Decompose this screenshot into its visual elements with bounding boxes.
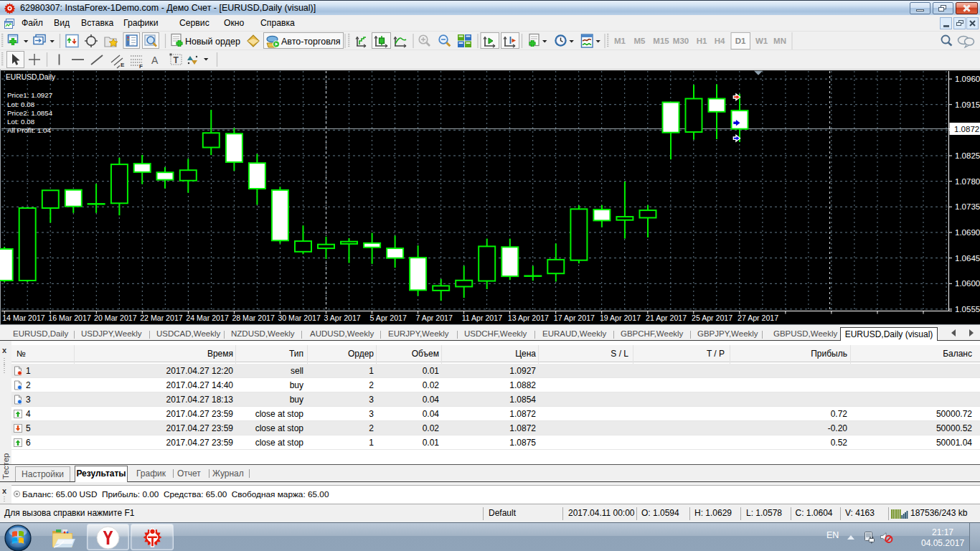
svg-text:1.0825: 1.0825 — [955, 151, 980, 160]
svg-text:Lot: 0.08: Lot: 0.08 — [7, 100, 35, 108]
svg-text:1.0915: 1.0915 — [955, 100, 980, 109]
svg-text:1.0645: 1.0645 — [955, 254, 980, 263]
svg-text:Авто-торговля: Авто-торговля — [281, 37, 341, 47]
svg-text:M30: M30 — [673, 37, 689, 45]
svg-text:A: A — [151, 55, 159, 66]
svg-text:5 Apr 2017: 5 Apr 2017 — [370, 314, 407, 322]
svg-text:Lot: 0.08: Lot: 0.08 — [7, 118, 35, 126]
svg-text:28 Mar 2017: 28 Mar 2017 — [232, 314, 275, 322]
svg-text:Новый ордер: Новый ордер — [185, 37, 240, 47]
svg-text:1.0780: 1.0780 — [955, 177, 980, 186]
svg-text:1.0872: 1.0872 — [954, 125, 979, 133]
svg-text:H1: H1 — [697, 37, 707, 45]
svg-text:1.0555: 1.0555 — [955, 305, 980, 314]
svg-text:1.0690: 1.0690 — [955, 228, 980, 237]
svg-text:MN: MN — [773, 37, 786, 45]
svg-text:16 Mar 2017: 16 Mar 2017 — [48, 314, 91, 322]
svg-text:M1: M1 — [614, 37, 626, 45]
svg-text:14 Mar 2017: 14 Mar 2017 — [2, 314, 45, 322]
svg-text:E: E — [121, 62, 125, 68]
svg-text:3 Apr 2017: 3 Apr 2017 — [324, 314, 361, 322]
svg-text:11 Apr 2017: 11 Apr 2017 — [462, 314, 502, 322]
svg-text:1.0735: 1.0735 — [955, 202, 980, 211]
svg-text:25 Apr 2017: 25 Apr 2017 — [692, 314, 732, 322]
svg-text:13 Apr 2017: 13 Apr 2017 — [508, 314, 549, 322]
svg-text:30 Mar 2017: 30 Mar 2017 — [278, 314, 321, 322]
svg-text:1.0600: 1.0600 — [955, 279, 980, 288]
svg-text:M5: M5 — [634, 37, 646, 45]
svg-text:Price1: 1.0927: Price1: 1.0927 — [7, 91, 52, 99]
svg-text:27 Apr 2017: 27 Apr 2017 — [738, 314, 778, 322]
svg-text:T: T — [174, 55, 179, 65]
svg-text:20 Mar 2017: 20 Mar 2017 — [94, 314, 137, 322]
svg-text:1.0960: 1.0960 — [955, 75, 980, 83]
svg-text:W1: W1 — [755, 37, 768, 45]
svg-text:17 Apr 2017: 17 Apr 2017 — [554, 314, 595, 322]
svg-text:All Profit: 1.04: All Profit: 1.04 — [7, 126, 52, 134]
svg-text:24 Mar 2017: 24 Mar 2017 — [186, 314, 229, 322]
svg-text:EURUSD,Daily: EURUSD,Daily — [6, 73, 56, 81]
svg-text:Price2: 1.0854: Price2: 1.0854 — [7, 109, 53, 117]
svg-text:H4: H4 — [715, 37, 725, 45]
svg-text:22 Mar 2017: 22 Mar 2017 — [140, 314, 183, 322]
svg-text:19 Apr 2017: 19 Apr 2017 — [600, 314, 641, 322]
svg-text:D1: D1 — [735, 37, 746, 45]
svg-text:7 Apr 2017: 7 Apr 2017 — [416, 314, 453, 322]
svg-text:Тестер: Тестер — [1, 453, 10, 479]
svg-text:M15: M15 — [653, 37, 669, 45]
svg-text:21 Apr 2017: 21 Apr 2017 — [646, 314, 687, 322]
